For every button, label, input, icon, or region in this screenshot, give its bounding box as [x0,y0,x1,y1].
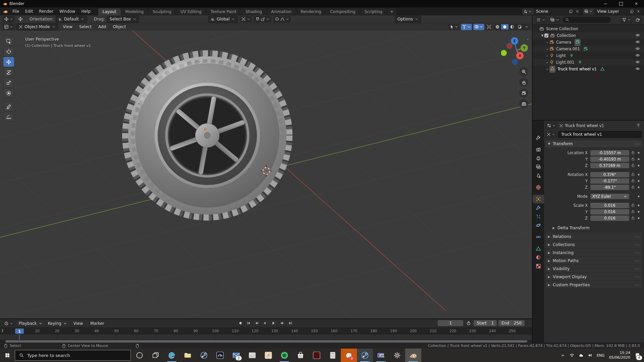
scene-name[interactable]: Scene [533,9,568,14]
properties-tab-object-data[interactable] [533,244,544,253]
lock-icon[interactable] [631,203,635,208]
properties-tab-modifiers[interactable] [533,203,544,212]
solid-shading-button[interactable] [501,24,508,29]
properties-tab-view-layer[interactable] [533,163,544,171]
timeline-track[interactable] [0,335,532,340]
panel-drag-icon[interactable]: :::: [635,251,640,254]
timeline-ruler[interactable]: 1 10203040506070809010011012013014015016… [0,327,532,335]
animate-dot-icon[interactable] [637,150,640,155]
prev-frame-button[interactable] [261,320,268,326]
visibility-eye-icon[interactable] [635,40,640,45]
orthographic-button[interactable] [519,99,528,108]
taskbar-app-fl-studio[interactable]: F [260,349,276,362]
tab-uv-editing[interactable]: UV Editing [176,8,206,15]
action-center-button[interactable]: 4 [635,352,640,359]
outliner-row[interactable]: ▸Camera.001 [533,46,644,52]
viewport-menu-object[interactable]: Object [109,24,129,29]
taskbar-app-discord[interactable]: 9 [341,349,357,362]
taskbar-app-blender[interactable] [405,349,421,362]
property-field-z[interactable]: -89.1° [590,185,629,190]
taskbar-search-input[interactable]: Type here to search [15,350,131,361]
stopwatch-icon[interactable] [465,320,472,326]
maximize-button[interactable] [613,0,629,7]
outliner-display-mode-button[interactable] [535,17,547,23]
current-frame-line[interactable] [19,335,20,340]
taskbar-app-game[interactable] [309,349,325,362]
timeline-menu-view[interactable]: View [70,321,86,326]
orientation-dropdown[interactable]: Default [56,16,87,23]
lock-icon[interactable] [631,150,635,156]
tool-scale[interactable] [3,78,14,87]
tool-annotate[interactable] [3,102,14,111]
add-workspace-tab[interactable]: + [387,8,396,15]
lock-icon[interactable] [631,163,635,168]
property-field-z[interactable]: 0.016 [590,216,629,221]
outliner-item-label[interactable]: Camera.001 [556,47,580,51]
active-tool-button[interactable] [3,16,15,22]
tab-layout[interactable]: Layout [98,8,121,15]
new-collection-button[interactable] [634,17,642,23]
taskbar-app-ms-store[interactable] [292,349,309,362]
properties-tab-scene[interactable] [533,171,544,180]
record-button[interactable] [237,320,244,326]
disclosure-icon[interactable]: ▸ [545,48,549,51]
xray-toggle-button[interactable] [486,24,492,30]
blender-menu-icon[interactable] [3,9,8,14]
outliner-row[interactable]: ▸Light.001 [533,59,644,66]
animate-dot-icon[interactable] [637,157,640,162]
wifi-icon[interactable] [570,353,574,358]
mode-dropdown[interactable]: Object Mode [16,23,58,31]
transform-panel-header[interactable]: ▼ Transform :::: [545,140,642,147]
tool-move[interactable] [3,57,14,67]
properties-editor-type-button[interactable] [545,123,557,129]
outliner-item-label[interactable]: Camera [556,40,571,45]
timeline-editor-type-button[interactable] [3,320,15,326]
animate-dot-icon[interactable] [637,172,640,177]
properties-tab-object[interactable] [533,195,544,203]
property-field-z[interactable]: 0.37169 m [590,163,629,168]
outliner-filter-mode-button[interactable] [549,17,561,23]
properties-tab-render[interactable] [533,145,544,154]
gizmos-button[interactable] [461,24,472,30]
minimize-button[interactable] [598,0,613,7]
panel-motion-paths[interactable]: ▶Motion Paths:::: [545,257,642,264]
material-preview-shading-button[interactable] [508,24,516,29]
current-frame-field[interactable]: 1 [438,320,463,326]
taskbar-app-speedtest[interactable] [212,349,228,362]
jump-to-end-button[interactable] [287,320,294,326]
timeline-menu-keying[interactable]: Keying [46,320,69,326]
sidebar-collapse-icon[interactable]: ‹ [527,37,529,42]
taskbar-app-file-explorer[interactable] [180,349,196,362]
outliner-search-input[interactable] [562,17,611,23]
panel-drag-icon[interactable]: :::: [635,267,640,270]
editor-type-button[interactable] [3,24,15,30]
property-field-y[interactable]: -0.40193 m [590,157,629,162]
disclosure-icon[interactable]: ▸ [545,41,549,44]
copy-scene-icon[interactable] [568,9,574,13]
timeline-menu-marker[interactable]: Marker [87,321,107,326]
tool-cursor[interactable] [3,47,14,56]
disclosure-icon[interactable]: ▸ [545,61,549,64]
prev-keyframe-button[interactable] [253,320,260,326]
tab-shading[interactable]: Shading [241,8,266,15]
taskbar-app-cortana[interactable] [131,349,148,362]
outliner-row[interactable]: ▸Truck front wheel v1 [533,66,644,72]
taskbar-app-task-view[interactable] [148,349,164,362]
tab-modeling[interactable]: Modeling [121,8,148,15]
visibility-eye-icon[interactable] [635,60,640,65]
properties-tab-texture[interactable] [533,262,544,270]
lock-icon[interactable] [631,172,635,177]
transform-orientation-dropdown[interactable]: Global [208,16,238,23]
tab-scripting[interactable]: Scripting [360,8,387,15]
zoom-button[interactable] [519,67,528,76]
options-dropdown[interactable]: Options [395,16,421,23]
outliner-row[interactable]: ▸Light [533,52,644,59]
timeline-menu-playback[interactable]: Playback [16,320,45,326]
lock-icon[interactable] [631,185,635,190]
panel-visibility[interactable]: ▶Visibility:::: [545,265,642,272]
frame-start-field[interactable]: Start1 [474,320,497,326]
taskbar-app-mail[interactable]: 2 [228,349,244,362]
object-type-button[interactable] [545,131,557,138]
panel-viewport-display[interactable]: ▶Viewport Display:::: [545,273,642,280]
properties-tab-particles[interactable] [533,212,544,221]
